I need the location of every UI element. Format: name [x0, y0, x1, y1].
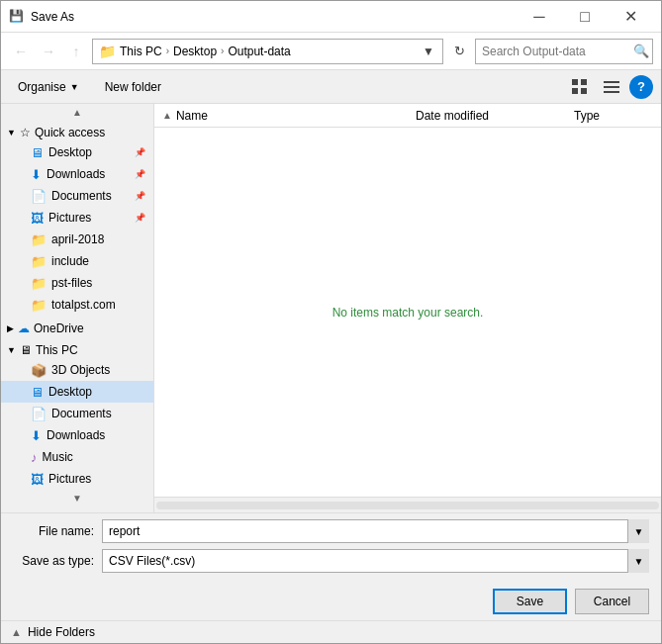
save-button[interactable]: Save [493, 589, 567, 614]
file-list-header: ▲ Name Date modified Type [154, 104, 661, 128]
view-toggle-button[interactable] [566, 75, 594, 99]
up-button[interactable]: ↑ [64, 40, 88, 63]
breadcrumb-sep1: › [166, 46, 169, 56]
sidebar-item-pictures-thispc[interactable]: 🖼 Pictures [1, 468, 153, 490]
action-bar: Save Cancel [1, 585, 661, 620]
3dobjects-icon: 📦 [31, 363, 47, 378]
sidebar-item-pst-files[interactable]: 📁 pst-files [1, 272, 153, 294]
sidebar-item-pictures-quick[interactable]: 🖼 Pictures 📌 [1, 207, 153, 229]
help-button[interactable]: ? [629, 75, 653, 99]
sidebar-item-label: Pictures [48, 211, 91, 225]
sidebar-scroll-down[interactable]: ▼ [1, 490, 153, 506]
sidebar-thispc[interactable]: ▼ 🖥 This PC [1, 337, 153, 359]
view-list-button[interactable] [598, 75, 625, 99]
hide-folders-bar[interactable]: ▲ Hide Folders [1, 620, 661, 643]
filename-input[interactable] [102, 519, 649, 543]
col-header-type[interactable]: Type [574, 109, 653, 123]
breadcrumb-dropdown-icon[interactable]: ▼ [421, 44, 436, 59]
pin-icon: 📌 [135, 169, 145, 179]
quick-access-icon: ☆ [20, 126, 31, 139]
svg-rect-6 [604, 91, 619, 93]
sidebar-item-include[interactable]: 📁 include [1, 250, 153, 272]
cancel-button[interactable]: Cancel [575, 589, 649, 614]
pictures-quick-icon: 🖼 [31, 211, 44, 226]
back-button[interactable]: ← [9, 40, 33, 63]
onedrive-icon: ☁ [18, 322, 30, 335]
pin-icon: 📌 [135, 147, 145, 157]
sidebar-item-downloads-thispc[interactable]: ⬇ Downloads [1, 424, 153, 446]
svg-rect-2 [572, 88, 578, 94]
thispc-icon: 🖥 [20, 343, 32, 357]
organise-button[interactable]: Organise ▼ [9, 76, 88, 98]
close-button[interactable]: ✕ [608, 1, 653, 33]
sidebar-item-downloads-quick[interactable]: ⬇ Downloads 📌 [1, 163, 153, 185]
refresh-button[interactable]: ↻ [447, 40, 471, 63]
sidebar-item-label: 3D Objects [51, 363, 110, 377]
pin-icon: 📌 [135, 191, 145, 201]
organise-label: Organise [18, 80, 66, 94]
breadcrumb-part1: This PC [120, 45, 162, 58]
svg-rect-4 [604, 81, 619, 83]
col-header-date[interactable]: Date modified [416, 109, 574, 123]
maximize-button[interactable]: □ [562, 1, 608, 33]
thispc-arrow: ▼ [7, 345, 16, 355]
pin-icon: 📌 [135, 213, 145, 223]
filename-label: File name: [13, 524, 102, 538]
search-button[interactable]: 🔍 [633, 44, 649, 58]
sidebar: ▲ ▼ ☆ Quick access 🖥 Desktop 📌 ⬇ Downloa… [1, 104, 154, 512]
horizontal-scrollbar[interactable] [154, 497, 661, 512]
sidebar-onedrive[interactable]: ▶ ☁ OneDrive [1, 316, 153, 337]
dialog-title: Save As [31, 10, 517, 24]
pictures-thispc-icon: 🖼 [31, 472, 44, 487]
downloads-quick-icon: ⬇ [31, 167, 42, 182]
hide-folders-label: Hide Folders [28, 625, 95, 639]
scroll-track [156, 502, 659, 509]
list-icon [604, 80, 619, 94]
onedrive-arrow: ▶ [7, 323, 14, 333]
totalpst-icon: 📁 [31, 298, 47, 313]
svg-rect-1 [581, 79, 587, 85]
savetype-input[interactable] [102, 549, 649, 573]
title-bar: 💾 Save As ─ □ ✕ [1, 1, 661, 33]
savetype-dropdown-button[interactable]: ▼ [627, 549, 649, 573]
savetype-input-wrapper: ▼ [102, 549, 649, 573]
sidebar-item-label: Downloads [47, 167, 105, 181]
sidebar-item-label: Desktop [48, 145, 92, 159]
sidebar-scroll-up[interactable]: ▲ [1, 104, 153, 120]
filename-dropdown-button[interactable]: ▼ [627, 519, 649, 543]
toolbar: Organise ▼ New folder ? [1, 70, 661, 104]
sidebar-item-april2018[interactable]: 📁 april-2018 [1, 229, 153, 250]
sidebar-item-documents-thispc[interactable]: 📄 Documents [1, 403, 153, 424]
sidebar-quick-access[interactable]: ▼ ☆ Quick access [1, 120, 153, 141]
sidebar-item-label: include [51, 254, 89, 268]
main-content: ▲ ▼ ☆ Quick access 🖥 Desktop 📌 ⬇ Downloa… [1, 104, 661, 512]
april2018-icon: 📁 [31, 232, 47, 247]
sidebar-item-3dobjects[interactable]: 📦 3D Objects [1, 359, 153, 381]
sidebar-item-label: Pictures [48, 472, 91, 486]
toolbar-right: ? [566, 75, 653, 99]
desktop-thispc-icon: 🖥 [31, 385, 44, 400]
new-folder-button[interactable]: New folder [96, 76, 170, 98]
downloads-thispc-icon: ⬇ [31, 428, 42, 443]
svg-rect-3 [581, 88, 587, 94]
sort-icon: ▲ [162, 110, 172, 121]
sidebar-item-label: totalpst.com [51, 298, 116, 312]
desktop-quick-icon: 🖥 [31, 145, 44, 160]
bottom-form: File name: ▼ Save as type: ▼ [1, 512, 661, 585]
sidebar-item-desktop-thispc[interactable]: 🖥 Desktop [1, 381, 153, 403]
search-input[interactable] [475, 39, 653, 64]
sidebar-item-totalpst[interactable]: 📁 totalpst.com [1, 294, 153, 316]
breadcrumb[interactable]: 📁 This PC › Desktop › Output-data ▼ [92, 39, 443, 64]
col-header-name[interactable]: Name [176, 109, 416, 123]
sidebar-item-documents-quick[interactable]: 📄 Documents 📌 [1, 185, 153, 207]
pst-files-icon: 📁 [31, 276, 47, 291]
thispc-label: This PC [36, 343, 78, 357]
forward-button[interactable]: → [37, 40, 60, 63]
minimize-button[interactable]: ─ [517, 1, 562, 33]
breadcrumb-part3: Output-data [228, 45, 290, 58]
sidebar-item-music[interactable]: ♪ Music [1, 446, 153, 468]
include-icon: 📁 [31, 254, 47, 269]
sidebar-item-desktop-quick[interactable]: 🖥 Desktop 📌 [1, 141, 153, 163]
savetype-label: Save as type: [13, 554, 102, 568]
documents-quick-icon: 📄 [31, 189, 47, 204]
